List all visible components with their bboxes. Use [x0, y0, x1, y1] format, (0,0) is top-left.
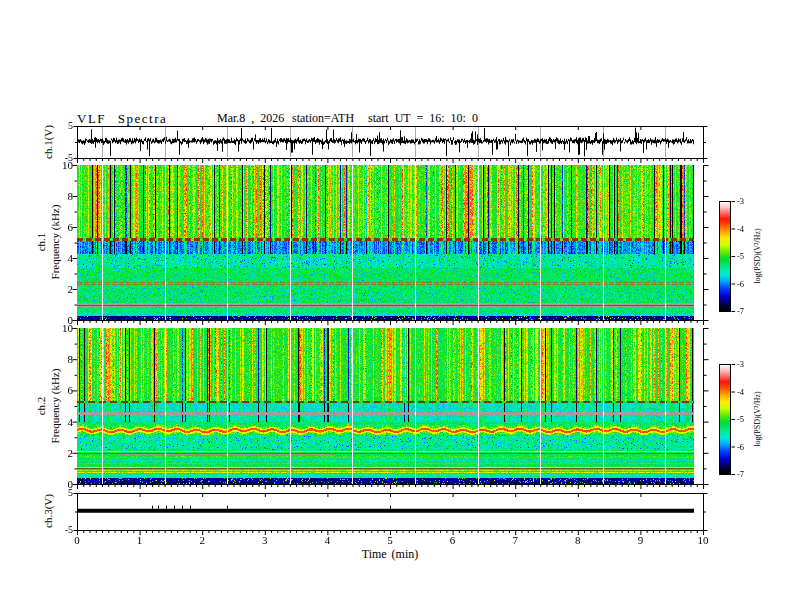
colorbar-tick-label: -3: [737, 359, 753, 369]
colorbar-tick-label: -6: [737, 279, 753, 289]
colorbar-tick-label: -6: [737, 442, 753, 452]
freq-tick-label: 6: [49, 384, 73, 396]
vlf-spectra-figure: VLF Spectra Mar.8 , 2026 station=ATH sta…: [0, 0, 792, 612]
colorbar-tick-label: -5: [737, 251, 753, 261]
volt-tick-label: 5: [51, 120, 73, 132]
freq-tick-label: 6: [49, 221, 73, 233]
x-tick-label: 1: [128, 534, 152, 546]
colorbar-tick-label: -5: [737, 414, 753, 424]
ch3-waveform-canvas: [69, 485, 711, 538]
ch1-spectrogram-ylabel: Frequency (kHz): [49, 205, 61, 280]
freq-tick-label: 4: [49, 416, 73, 428]
volt-tick-label: -5: [51, 524, 73, 536]
volt-tick-label: 5: [51, 487, 73, 499]
x-tick-label: 5: [378, 534, 402, 546]
colorbar-tick-label: -3: [737, 196, 753, 206]
freq-tick-label: 4: [49, 252, 73, 264]
x-tick-label: 3: [253, 534, 277, 546]
ch2-spectrogram-canvas: [69, 320, 711, 492]
colorbar-tick-label: -4: [737, 387, 753, 397]
freq-tick-label: 2: [49, 447, 73, 459]
x-tick-label: 10: [691, 534, 715, 546]
colorbar-tick-label: -7: [737, 469, 753, 479]
ch3-waveform-ylabel: ch.3(V): [42, 494, 54, 528]
ch1-spectrogram-channel-label: ch.1: [35, 233, 47, 252]
freq-tick-label: 8: [49, 353, 73, 365]
ch2-spectrogram-channel-label: ch.2: [35, 397, 47, 416]
freq-tick-label: 2: [49, 283, 73, 295]
ch1-spectrogram-canvas: [69, 157, 711, 328]
colorbar-tick-label: -7: [737, 306, 753, 316]
x-tick-label: 2: [190, 534, 214, 546]
ch2-spectrogram-ylabel: Frequency (kHz): [49, 369, 61, 444]
x-tick-label: 9: [628, 534, 652, 546]
colorbar-2-label: log(PSD)(V²/Hz): [753, 391, 762, 446]
freq-tick-label: 8: [49, 190, 73, 202]
volt-tick-label: -5: [51, 152, 73, 164]
x-tick-label: 6: [441, 534, 465, 546]
colorbar-1-label: log(PSD)(V²/Hz): [753, 228, 762, 283]
x-tick-label: 7: [503, 534, 527, 546]
freq-tick-label: 10: [49, 322, 73, 334]
colorbar-tick-label: -4: [737, 224, 753, 234]
x-axis-label: Time (min): [330, 547, 450, 562]
x-tick-label: 8: [566, 534, 590, 546]
x-tick-label: 4: [315, 534, 339, 546]
